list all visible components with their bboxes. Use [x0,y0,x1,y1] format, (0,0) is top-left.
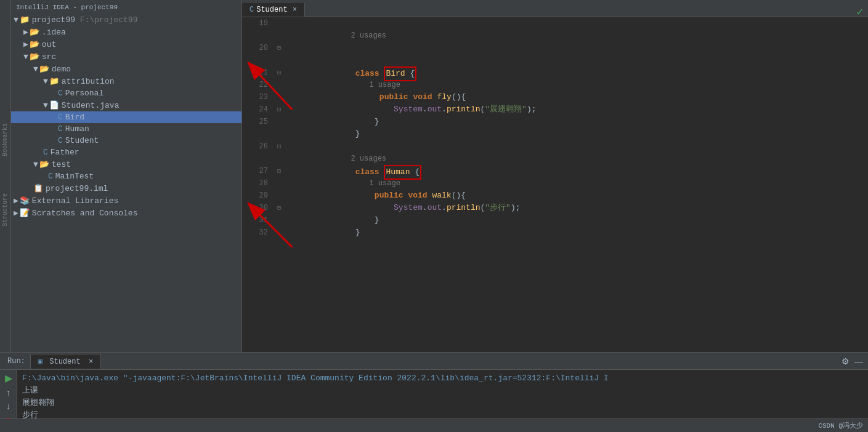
console-output-line-1: 上课 [22,385,863,397]
fold-icon-27[interactable]: ⊟ [277,167,281,175]
brace-bird: { [405,69,415,78]
console-output: F:\Java\bin\java.exe "-javaagent:F:\JetB… [17,370,868,418]
fold-icon-24[interactable]: ⊟ [277,106,281,113]
code-line-20[interactable]: class Bird { [298,54,868,66]
line-num-31: 31 [242,214,268,226]
bookmarks-label[interactable]: Bookmarks [2,123,9,156]
run-button[interactable]: ▶ [2,372,15,384]
indent-22 [355,105,394,114]
tree-label: MainTest [55,172,94,181]
line-num-30: 30 [242,202,268,214]
tree-item-personal[interactable]: C Personal [11,87,241,99]
tree-item-project99[interactable]: ▼ 📁 project99 F:\project99 [11,14,241,26]
tree-label: project99.iml [46,184,108,193]
status-bar: CSDN @冯大少 [0,418,868,432]
line-num-21: 21 [242,66,268,79]
fold-icon-20[interactable]: ⊟ [277,44,281,52]
tree-item-idea[interactable]: ▶ 📂 .idea [11,26,241,38]
brace-close-30: } [355,228,360,237]
line-num-usage2 [242,54,268,66]
line-num-26: 26 [242,140,268,153]
tree-item-student-java[interactable]: ▼ 📄 Student.java [11,99,241,111]
folder-icon: 📂 [30,27,39,37]
tree-item-test[interactable]: ▼ 📂 test [11,158,241,170]
tree-item-iml[interactable]: 📋 project99.iml [11,182,241,194]
code-line-30[interactable]: } [298,214,868,226]
ext-lib-icon: 📚 [20,196,30,206]
expand-icon: ▼ [43,101,48,110]
tree-item-human[interactable]: C Human [11,123,241,135]
line-num-25: 25 [242,116,268,128]
tree-label: External Libraries [32,196,118,206]
method-fly: fly [437,92,451,102]
check-mark: ✓ [856,5,863,18]
tree-label: Scratches and Consoles [32,209,138,218]
usage-text-25: 2 usages [351,154,386,163]
tree-label: Bird [65,113,84,122]
method-walk: walk [432,191,451,200]
tab-icon: C [249,6,254,14]
brace-human: { [410,167,420,177]
tree-item-out[interactable]: ▶ 📂 out [11,38,241,50]
project-icon: 📁 [20,15,30,25]
tree-item-demo[interactable]: ▼ 📂 demo [11,63,241,75]
tab-student-run[interactable]: ▣ Student × [30,354,101,369]
expand-icon: ▼ [23,52,28,62]
tree-item-student[interactable]: C Student [11,135,241,146]
tab-icon-run: ▣ [38,358,43,366]
folder-icon: 📂 [30,39,39,49]
tree-item-father[interactable]: C Father [11,146,241,158]
kw-public-27: public [355,191,408,200]
status-right-text: CSDN @冯大少 [818,421,863,430]
tab-student[interactable]: C Student × [242,3,305,17]
line-num-usage4 [242,153,268,165]
tree-label: attribution [62,77,115,86]
gutter-19 [273,17,285,30]
folder-icon: 📂 [30,52,39,62]
bottom-main: ▶ ↑ ↓ ■ ↺ F:\Java\bin\java.exe "-javaage… [0,370,868,418]
tree-item-src[interactable]: ▼ 📂 src [11,50,241,63]
fold-icon-30[interactable]: ⊟ [277,204,281,212]
usage-bird-method: 1 usage [369,81,400,89]
gutter-28 [273,177,285,190]
code-line-24[interactable]: } [298,116,868,128]
fold-icon-21[interactable]: ⊟ [277,69,281,76]
gutter-usage4 [273,153,285,165]
tree-label: Personal [65,89,103,98]
console-output-line-2: 展翅翱翔 [22,397,863,409]
class-icon: C [58,136,63,145]
settings-button[interactable]: ⚙ [838,354,852,368]
up-button[interactable]: ↑ [2,388,15,398]
string-22: "展翅翱翔" [485,105,527,114]
code-content[interactable]: 2 usages class Bird { 1 usage public [285,17,868,352]
gutter-29 [273,190,285,202]
console-output-line-3: 步行 [22,409,863,418]
line-num-23: 23 [242,91,268,103]
tab-close-run[interactable]: × [89,358,93,366]
output-text-3: 步行 [22,410,38,418]
code-line-31 [298,226,868,239]
bottom-tabs-bar: Run: ▣ Student × ⚙ — [0,353,868,370]
tree-item-maintest[interactable]: C MainTest [11,170,241,182]
tree-item-attribution[interactable]: ▼ 📁 attribution [11,75,241,87]
line-num-usage3 [242,128,268,140]
tree-label: src [42,52,56,62]
close-panel-button[interactable]: — [852,354,866,368]
tree-item-ext-libraries[interactable]: ▶ 📚 External Libraries [11,194,241,207]
tree-item-bird[interactable]: C Bird [11,111,241,123]
kw-public-21: public [360,92,413,102]
output-text-1: 上课 [22,386,38,395]
down-button[interactable]: ↓ [2,401,15,411]
tree-item-scratches[interactable]: ▶ 📝 Scratches and Consoles [11,207,241,219]
gutter-25 [273,116,285,128]
tab-close[interactable]: × [293,6,297,14]
gutter-30: ⊟ [273,202,285,214]
class-icon: C [58,89,63,98]
expand-icon: ▼ [33,160,38,169]
dot-22: . [423,105,428,114]
parens-walk: (){ [452,191,466,200]
fold-icon-26[interactable]: ⊟ [277,143,281,150]
structure-label[interactable]: Structure [2,193,9,226]
kw-void-21: void [413,92,437,102]
code-line-usage-25: 2 usages [298,140,868,153]
